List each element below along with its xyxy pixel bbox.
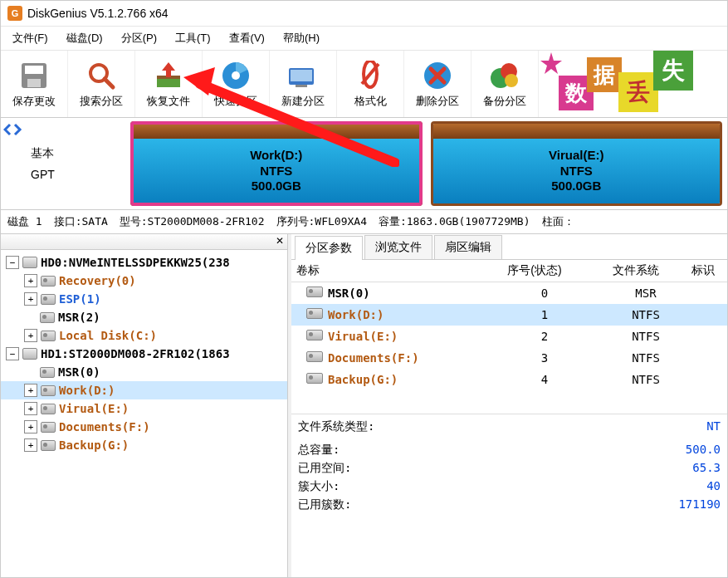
tab-sector-edit[interactable]: 扇区编辑 [434, 235, 502, 259]
partition-icon [41, 385, 56, 396]
toolbar-quick-label: 快速分区 [214, 94, 257, 109]
menu-partition[interactable]: 分区(P) [113, 28, 165, 48]
partition-table: 卷标 序号(状态) 文件系统 标识 MSR(0)0MSRWork(D:)1NTF… [291, 260, 727, 390]
detail-fstype-label: 文件系统类型: [298, 419, 374, 434]
detail-cluster-label: 簇大小: [298, 479, 340, 494]
hdd-icon [22, 257, 37, 268]
row-index: 2 [494, 330, 595, 343]
tree-partition-node[interactable]: MSR(0) [1, 363, 287, 381]
partition-icon [41, 293, 56, 305]
delete-icon [421, 59, 454, 92]
menubar: 文件(F) 磁盘(D) 分区(P) 工具(T) 查看(V) 帮助(H) [1, 27, 727, 51]
banner-char-4: 失 [653, 51, 693, 91]
tree-expand-icon[interactable]: + [24, 420, 37, 434]
nav-arrows-icon[interactable] [3, 123, 23, 136]
tree-partition-node[interactable]: +ESP(1) [1, 290, 287, 308]
disk-type-basic: 基本 [31, 146, 130, 161]
banner-char-3: 丢 [618, 72, 658, 112]
disk-map: 基本 GPT Work(D:) NTFS 500.0GB Virual(E:) … [1, 118, 727, 210]
promo-banner[interactable]: 数 据 丢 失 [539, 51, 727, 117]
detail-used-label: 已用空间: [298, 461, 351, 476]
tree-expand-icon[interactable]: + [24, 274, 37, 287]
tab-browse-files[interactable]: 浏览文件 [364, 235, 432, 259]
detail-fstype-value: NT [706, 419, 721, 434]
tree-partition-node[interactable]: MSR(2) [1, 308, 287, 326]
toolbar-format[interactable]: 格式化 [337, 51, 404, 117]
tree-partition-node[interactable]: +Documents(F:) [1, 418, 287, 436]
col-index-status[interactable]: 序号(状态) [484, 263, 585, 278]
partition-block-virual-e[interactable]: Virual(E:) NTFS 500.0GB [431, 121, 723, 206]
tree-close-icon[interactable]: ✕ [274, 235, 286, 247]
toolbar-search[interactable]: 搜索分区 [68, 51, 135, 117]
tree-expand-icon[interactable]: + [24, 384, 37, 397]
menu-view[interactable]: 查看(V) [221, 28, 273, 48]
col-volume-label[interactable]: 卷标 [291, 263, 484, 278]
disk-type-gpt: GPT [31, 168, 130, 181]
partition-block-size: 500.0GB [551, 179, 601, 194]
tree-partition-node[interactable]: +Local Disk(C:) [1, 326, 287, 345]
diskinfo-model: 型号:ST2000DM008-2FR102 [120, 214, 265, 229]
diskinfo-interface: 接口:SATA [54, 214, 108, 229]
tree-expand-icon[interactable]: + [24, 438, 37, 452]
partition-row[interactable]: Work(D:)1NTFS [291, 304, 727, 326]
tree-node-label: HD0:NVMeINTELSSDPEKKW25(238 [41, 256, 230, 269]
tree-disk-node[interactable]: −HD0:NVMeINTELSSDPEKKW25(238 [1, 253, 287, 272]
partition-icon [306, 373, 323, 386]
toolbar-new[interactable]: 新建分区 [270, 51, 337, 117]
detail-clustercnt-value: 171190 [678, 497, 721, 512]
toolbar-delete[interactable]: 删除分区 [404, 51, 471, 117]
row-volume-name: MSR(0) [328, 287, 370, 300]
toolbar-backup[interactable]: 备份分区 [471, 51, 539, 117]
tree-node-label: Virual(E:) [59, 402, 129, 415]
menu-tools[interactable]: 工具(T) [167, 28, 219, 48]
toolbar-recover-label: 恢复文件 [147, 94, 190, 109]
partition-icon [40, 366, 55, 378]
disk-tree[interactable]: −HD0:NVMeINTELSSDPEKKW25(238+Recovery(0)… [1, 250, 287, 577]
tree-expand-icon[interactable]: + [24, 402, 37, 415]
partition-row[interactable]: Backup(G:)4NTFS [291, 369, 727, 390]
row-index: 0 [494, 287, 595, 300]
detail-total-label: 总容量: [298, 443, 340, 458]
toolbar-quick[interactable]: 快速分区 [203, 51, 270, 117]
tree-partition-node[interactable]: +Recovery(0) [1, 272, 287, 290]
partition-row[interactable]: Documents(F:)3NTFS [291, 347, 727, 369]
row-index: 1 [494, 308, 595, 321]
partition-block-work-d[interactable]: Work(D:) NTFS 500.0GB [130, 121, 423, 206]
tree-expand-icon[interactable]: − [6, 347, 19, 360]
banner-char-2: 据 [587, 57, 622, 92]
svg-point-8 [232, 71, 240, 80]
tab-partition-params[interactable]: 分区参数 [295, 236, 363, 260]
partition-icon [306, 308, 323, 321]
menu-help[interactable]: 帮助(H) [275, 28, 328, 48]
col-flag[interactable]: 标识 [686, 263, 728, 278]
row-filesystem: NTFS [595, 373, 696, 386]
row-filesystem: NTFS [595, 308, 696, 321]
row-filesystem: NTFS [595, 351, 696, 365]
app-logo-icon: G [7, 6, 22, 21]
row-index: 3 [494, 351, 595, 365]
svg-line-4 [105, 79, 113, 87]
toolbar-search-label: 搜索分区 [80, 94, 123, 109]
diskinfo-index: 磁盘 1 [7, 214, 42, 229]
toolbar-save[interactable]: 保存更改 [1, 51, 68, 117]
toolbar-recover[interactable]: 恢复文件 [135, 51, 203, 117]
partition-row[interactable]: MSR(0)0MSR [291, 282, 727, 304]
svg-rect-2 [27, 79, 41, 87]
menu-file[interactable]: 文件(F) [4, 28, 56, 48]
tree-expand-icon[interactable]: + [24, 329, 37, 342]
recover-icon [152, 59, 185, 92]
tree-partition-node[interactable]: +Virual(E:) [1, 399, 287, 418]
partition-block-name: Work(D:) [250, 148, 302, 164]
tree-partition-node[interactable]: +Work(D:) [1, 381, 287, 399]
tree-expand-icon[interactable]: + [24, 292, 37, 306]
tree-partition-node[interactable]: +Backup(G:) [1, 436, 287, 454]
partition-row[interactable]: Virual(E:)2NTFS [291, 326, 727, 347]
magnifier-icon [85, 59, 118, 92]
toolbar: 保存更改 搜索分区 恢复文件 快速分区 新建分区 [1, 51, 727, 118]
col-filesystem[interactable]: 文件系统 [585, 263, 686, 278]
tree-node-label: HD1:ST2000DM008-2FR102(1863 [41, 347, 230, 360]
menu-disk[interactable]: 磁盘(D) [58, 28, 111, 48]
svg-rect-10 [291, 70, 312, 81]
tree-expand-icon[interactable]: − [6, 256, 19, 269]
tree-disk-node[interactable]: −HD1:ST2000DM008-2FR102(1863 [1, 345, 287, 363]
